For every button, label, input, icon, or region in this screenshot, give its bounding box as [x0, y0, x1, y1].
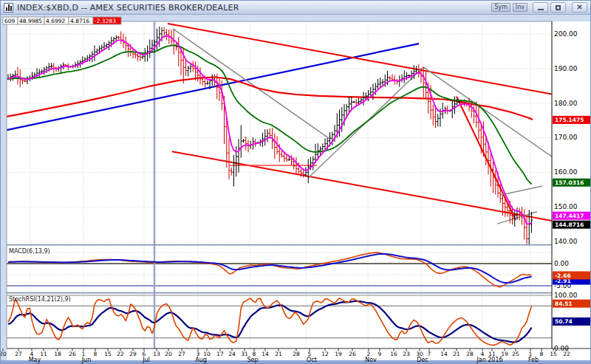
svg-text:28: 28 [293, 351, 300, 357]
svg-text:27: 27 [15, 351, 22, 357]
svg-text:175.1475: 175.1475 [555, 117, 584, 123]
svg-text:190.00: 190.00 [554, 65, 578, 72]
svg-text:Jun: Jun [81, 357, 92, 363]
svg-text:157.0316: 157.0316 [555, 179, 584, 186]
stochrsi-panel-label: StochRSI(14,21(2),9) [9, 296, 71, 303]
svg-text:12: 12 [321, 351, 329, 357]
svg-text:Oct: Oct [307, 357, 317, 363]
svg-text:14: 14 [262, 351, 269, 357]
svg-text:16: 16 [390, 351, 397, 357]
svg-text:24: 24 [228, 351, 236, 357]
svg-text:8: 8 [540, 351, 544, 357]
svg-text:Dec: Dec [417, 357, 428, 363]
svg-text:84.51: 84.51 [555, 301, 573, 307]
svg-text:15: 15 [550, 351, 557, 357]
svg-text:50.74: 50.74 [555, 318, 573, 325]
svg-text:200.00: 200.00 [554, 30, 578, 38]
svg-text:-2.66: -2.66 [555, 272, 571, 279]
minimize-button[interactable] [533, 2, 548, 13]
svg-text:21: 21 [453, 351, 460, 357]
svg-text:48.9985: 48.9985 [19, 18, 42, 24]
sym-button[interactable]: Sym [491, 3, 510, 12]
svg-text:170.00: 170.00 [554, 134, 578, 141]
svg-text:150.00: 150.00 [554, 203, 578, 210]
svg-text:Jan 2016: Jan 2016 [476, 357, 502, 363]
svg-text:15: 15 [104, 351, 112, 357]
svg-text:21: 21 [275, 351, 282, 357]
svg-text:14: 14 [440, 351, 448, 357]
chart-icon [4, 3, 13, 13]
svg-text:19: 19 [335, 351, 342, 357]
svg-text:28: 28 [466, 351, 474, 357]
svg-text:Aug: Aug [195, 357, 207, 363]
svg-text:18: 18 [54, 351, 61, 357]
inv-button[interactable]: Inv [513, 3, 527, 12]
svg-text:0.00: 0.00 [554, 260, 569, 267]
svg-text:144.8716: 144.8716 [555, 222, 584, 228]
svg-text:Jul: Jul [142, 357, 150, 363]
svg-text:13: 13 [153, 351, 160, 357]
svg-text:609: 609 [4, 18, 16, 24]
svg-text:8: 8 [94, 351, 98, 357]
restore-icon [556, 5, 561, 10]
svg-text:27: 27 [178, 351, 185, 357]
close-icon: ✕ [576, 4, 582, 11]
svg-text:22: 22 [117, 351, 124, 357]
svg-text:20: 20 [165, 351, 172, 357]
svg-text:Sep: Sep [247, 357, 258, 363]
svg-text:May: May [29, 357, 41, 363]
svg-text:25: 25 [512, 351, 519, 357]
svg-text:11: 11 [40, 351, 47, 357]
svg-text:20: 20 [1, 351, 7, 357]
macd-panel-label: MACD(6,13,9) [9, 248, 50, 255]
svg-text:140.00: 140.00 [554, 238, 578, 245]
chart-background [1, 1, 591, 364]
restore-button[interactable] [550, 2, 566, 13]
svg-text:-2.3283: -2.3283 [95, 18, 116, 24]
svg-text:9: 9 [378, 351, 382, 357]
window-title: INDEX:$XBD,D -- AMEX SECURITIES BROKER/D… [17, 3, 239, 13]
svg-text:180.00: 180.00 [554, 100, 578, 107]
svg-text:22: 22 [563, 351, 570, 357]
svg-text:Feb: Feb [528, 357, 539, 363]
minimize-icon [538, 9, 544, 10]
svg-text:26: 26 [69, 351, 76, 357]
legend-boxes: 60948.99854.69924.8716-2.3283 [3, 17, 121, 24]
svg-text:4.8716: 4.8716 [70, 18, 89, 24]
svg-text:160.00: 160.00 [554, 168, 578, 176]
svg-text:4.6992: 4.6992 [46, 18, 65, 24]
chart-canvas[interactable]: 200.00190.00180.00170.00160.00150.00140.… [1, 1, 591, 364]
svg-text:26: 26 [349, 351, 356, 357]
svg-text:29: 29 [129, 351, 137, 357]
titlebar: INDEX:$XBD,D -- AMEX SECURITIES BROKER/D… [1, 1, 590, 15]
svg-text:Nov: Nov [365, 357, 377, 363]
svg-text:147.4417: 147.4417 [555, 213, 584, 219]
close-button[interactable]: ✕ [572, 2, 587, 13]
svg-text:17: 17 [216, 351, 224, 357]
svg-text:23: 23 [403, 351, 410, 357]
svg-text:100.00: 100.00 [554, 292, 578, 299]
chart-window: INDEX:$XBD,D -- AMEX SECURITIES BROKER/D… [0, 0, 591, 364]
